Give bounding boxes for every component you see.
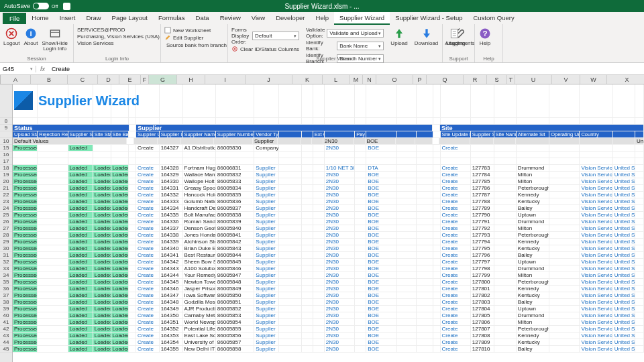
table-row[interactable]: ProcessedLoadedLoadedLoadedCreate164335B… [13, 212, 644, 219]
row-headers: 8910151617181920212223242526272829303132… [0, 84, 13, 362]
col-header-F[interactable]: F [141, 75, 149, 84]
table-row[interactable]: ProcessedLoadedLoadedLoadedCreate164328F… [13, 165, 644, 172]
fx-icon[interactable]: fx [36, 66, 49, 72]
table-row[interactable]: ProcessedLoadedLoadedLoadedCreate164354U… [13, 339, 644, 346]
table-row[interactable]: ProcessedLoadedLoadedLoadedCreate164344Y… [13, 272, 644, 279]
table-row[interactable]: ProcessedLoadedLoadedLoadedCreate164350C… [13, 312, 644, 319]
new-worksheet[interactable]: New Worksheet [164, 27, 224, 34]
col-header-T[interactable]: T [507, 75, 515, 84]
group-support: Support [443, 56, 474, 62]
ribbon-tabs: File HomeInsertDrawPage LayoutFormulasDa… [0, 12, 644, 24]
table-row[interactable]: ProcessedLoadedLoadedLoadedCreate164330W… [13, 178, 644, 185]
tab-formulas[interactable]: Formulas [153, 12, 191, 25]
table-row[interactable]: ProcessedLoadedLoadedLoadedCreate164336R… [13, 219, 644, 225]
col-header-P[interactable]: P [413, 75, 427, 84]
spreadsheet-grid[interactable]: 8910151617181920212223242526272829303132… [0, 84, 644, 362]
table-row[interactable]: ProcessedLoadedLoadedLoadedCreate164351W… [13, 319, 644, 326]
col-header-R[interactable]: R [464, 75, 487, 84]
clear-columns[interactable]: Clear ID/Status Columns [231, 46, 299, 52]
wizard-logo-icon [14, 91, 33, 110]
autosave-label: AutoSave [4, 3, 30, 9]
forms-display-order[interactable]: Forms Display Order:Default [231, 27, 299, 45]
col-header-E[interactable]: E [119, 75, 141, 84]
table-row[interactable]: ProcessedLoadedLoadedLoadedCreate164343A… [13, 265, 644, 272]
col-header-G[interactable]: G [149, 75, 177, 84]
table-row[interactable]: ProcessedLoadedLoadedLoadedCreate164349A… [13, 306, 644, 312]
tab-supplier-wizard---setup[interactable]: Supplier Wizard - Setup [390, 12, 468, 25]
svg-text:?: ? [482, 29, 487, 38]
source-bank[interactable]: Source bank from branch [164, 42, 224, 48]
col-header-J[interactable]: J [246, 75, 292, 84]
formula-input[interactable]: Create [49, 66, 72, 72]
table-row[interactable]: ProcessedLoadedLoadedLoadedCreate164348G… [13, 299, 644, 306]
identify-bank[interactable]: Identify Bank:Bank Name [306, 40, 384, 52]
col-header-W[interactable]: W [580, 75, 607, 84]
autosave-toggle[interactable] [33, 3, 49, 9]
tab-home[interactable]: Home [26, 12, 54, 25]
about-button[interactable]: iAbout [23, 25, 38, 46]
table-row[interactable]: ProcessedLoadedLoadedLoadedCreate164329W… [13, 172, 644, 178]
tab-help[interactable]: Help [311, 12, 335, 25]
tab-custom-query[interactable]: Custom Query [468, 12, 519, 25]
edit-supplier[interactable]: Edit Supplier [164, 34, 224, 41]
col-header-A[interactable]: A [1, 75, 31, 84]
env-text: SERVICES@PROD [77, 27, 157, 33]
col-header-O[interactable]: O [376, 75, 413, 84]
table-row[interactable]: ProcessedLoadedLoadedLoadedCreate164331G… [13, 185, 644, 192]
col-header-K[interactable]: K [292, 75, 323, 84]
table-row[interactable]: ProcessedLoadedLoadedLoadedCreate164334H… [13, 205, 644, 212]
table-row[interactable]: ProcessedLoadedLoadedLoadedCreate164353E… [13, 333, 644, 339]
logout-button[interactable]: Logout [3, 25, 19, 46]
col-header-H[interactable]: H [177, 75, 205, 84]
col-header-I[interactable]: I [205, 75, 246, 84]
tab-supplier-wizard[interactable]: Supplier Wizard [334, 12, 390, 25]
col-header-S[interactable]: S [487, 75, 507, 84]
logging-button[interactable]: Logging [446, 25, 465, 46]
table-row[interactable]: ProcessedLoadedLoadedLoadedCreate164338J… [13, 232, 644, 239]
upload-button[interactable]: Upload [390, 25, 407, 46]
download-button[interactable]: Download [415, 25, 439, 46]
name-box[interactable]: G45▾ [0, 66, 36, 72]
table-row[interactable]: ProcessedLoadedLoadedLoadedCreate164342S… [13, 259, 644, 265]
group-help: Help [475, 56, 502, 62]
tab-data[interactable]: Data [191, 12, 215, 25]
tab-view[interactable]: View [246, 12, 270, 25]
table-row[interactable]: ProcessedLoadedLoadedLoadedCreate164352P… [13, 326, 644, 333]
table-row[interactable]: ProcessedLoadedLoadedLoadedCreate164332H… [13, 192, 644, 198]
tab-page-layout[interactable]: Page Layout [107, 12, 153, 25]
group-wizard: Supplier Wizard [228, 56, 442, 62]
table-row[interactable]: ProcessedLoadedLoadedLoadedCreate164347I… [13, 292, 644, 299]
table-row[interactable]: ProcessedLoadedLoadedLoadedCreate164355N… [13, 346, 644, 353]
table-row[interactable]: ProcessedLoadedLoadedLoadedCreate164340B… [13, 245, 644, 252]
table-row[interactable]: ProcessedLoadedLoadedLoadedCreate164337D… [13, 225, 644, 232]
help-button[interactable]: ?Help [478, 25, 492, 46]
col-header-B[interactable]: B [31, 75, 68, 84]
save-icon[interactable] [63, 3, 70, 10]
org-text: Purchasing, Vision Services (USA) [77, 34, 157, 40]
col-header-M[interactable]: M [350, 75, 363, 84]
svc-text: Vision Services [77, 40, 157, 46]
col-header-C[interactable]: C [68, 75, 98, 84]
table-row[interactable]: ProcessedLoadedLoadedLoadedCreate164346J… [13, 286, 644, 292]
col-header-V[interactable]: V [552, 75, 580, 84]
tab-file[interactable]: File [3, 13, 26, 24]
tab-insert[interactable]: Insert [54, 12, 81, 25]
col-header-X[interactable]: X [607, 75, 644, 84]
col-header-L[interactable]: L [323, 75, 350, 84]
table-row[interactable]: ProcessedLoadedLoadedLoadedCreate164341B… [13, 252, 644, 259]
showhide-button[interactable]: Show/Hide Login Info [42, 25, 68, 52]
tab-review[interactable]: Review [215, 12, 246, 25]
wizard-banner: Supplier Wizard [14, 85, 140, 116]
group-sheet [161, 62, 227, 62]
col-header-D[interactable]: D [98, 75, 119, 84]
tab-developer[interactable]: Developer [270, 12, 310, 25]
validate-option[interactable]: Validate Option:Validate and Upload [306, 27, 384, 39]
col-header-N[interactable]: N [363, 75, 376, 84]
table-row[interactable]: ProcessedLoadedLoadedLoadedCreate164333G… [13, 198, 644, 205]
table-row[interactable]: ProcessedLoadedLoadedLoadedCreate164339A… [13, 239, 644, 245]
tab-draw[interactable]: Draw [80, 12, 106, 25]
table-row[interactable]: ProcessedLoadedLoadedLoadedCreate164345N… [13, 279, 644, 286]
col-header-U[interactable]: U [515, 75, 552, 84]
svg-rect-4 [165, 27, 170, 33]
col-header-Q[interactable]: Q [427, 75, 464, 84]
